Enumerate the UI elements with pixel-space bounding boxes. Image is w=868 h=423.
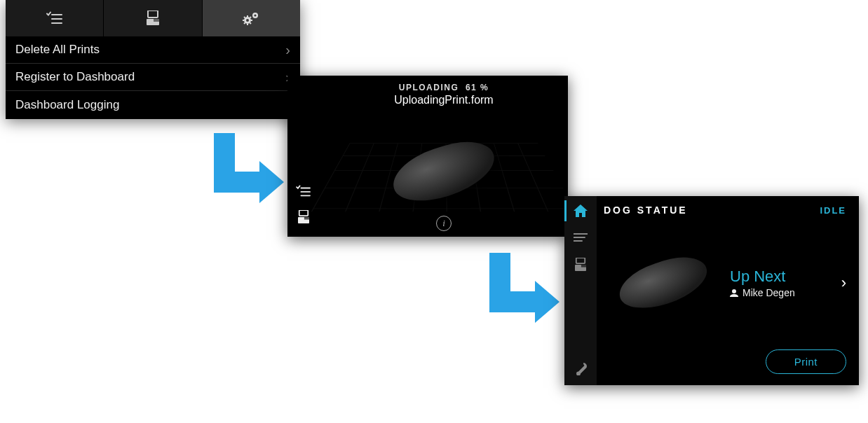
- menu-item-register-dashboard[interactable]: Register to Dashboard ›: [6, 64, 300, 91]
- chevron-right-icon: ›: [285, 42, 290, 58]
- job-status: IDLE: [820, 205, 846, 216]
- upload-status: UPLOADING 61 %: [399, 83, 489, 92]
- user-icon: [730, 289, 738, 297]
- wrench-icon[interactable]: [574, 363, 587, 375]
- job-body[interactable]: Up Next Mike Degen ›: [604, 216, 846, 349]
- job-header: DOG STATUE IDLE: [604, 204, 846, 216]
- job-main: DOG STATUE IDLE Up Next Mike Degen › Pri…: [597, 196, 859, 385]
- upload-status-percent: 61 %: [466, 83, 489, 92]
- svg-rect-15: [299, 210, 308, 216]
- uploading-panel: UPLOADING 61 % UploadingPrint.form i: [287, 76, 568, 237]
- printer-icon: [147, 11, 159, 26]
- svg-rect-17: [304, 217, 309, 220]
- svg-rect-21: [576, 258, 585, 263]
- settings-tabs: [6, 0, 300, 36]
- print-button[interactable]: Print: [766, 349, 846, 374]
- gears-icon: [241, 11, 261, 26]
- checklist-icon: [46, 11, 63, 25]
- svg-line-14: [250, 17, 252, 18]
- settings-menu: Delete All Prints › Register to Dashboar…: [6, 36, 300, 118]
- list-icon[interactable]: [574, 233, 588, 242]
- model-preview: [613, 249, 713, 317]
- svg-line-12: [250, 23, 252, 25]
- upload-status-label: UPLOADING: [399, 83, 459, 92]
- job-preview: [604, 244, 723, 321]
- menu-item-label: Dashboard Logging: [15, 98, 119, 112]
- job-user-name: Mike Degen: [742, 287, 795, 298]
- flow-arrow-2: [475, 253, 560, 330]
- job-footer: Print: [604, 349, 846, 374]
- menu-item-label: Register to Dashboard: [15, 70, 135, 84]
- svg-line-11: [244, 17, 245, 18]
- info-icon[interactable]: i: [436, 216, 452, 231]
- job-info: Up Next Mike Degen: [730, 268, 834, 298]
- job-title: DOG STATUE: [604, 204, 688, 216]
- printer-icon[interactable]: [575, 258, 586, 272]
- uploading-main: UPLOADING 61 % UploadingPrint.form i: [320, 76, 568, 237]
- svg-point-4: [246, 19, 249, 22]
- tab-settings[interactable]: [203, 0, 300, 36]
- job-user: Mike Degen: [730, 287, 834, 298]
- job-panel: DOG STATUE IDLE Up Next Mike Degen › Pri…: [564, 196, 859, 385]
- uploading-sidebar: [287, 76, 320, 237]
- job-sidebar: [564, 196, 597, 385]
- home-icon[interactable]: [574, 204, 588, 217]
- svg-rect-0: [148, 11, 158, 18]
- menu-item-delete-all-prints[interactable]: Delete All Prints ›: [6, 36, 300, 64]
- chevron-right-icon: ›: [841, 274, 846, 292]
- tab-printer[interactable]: [104, 0, 202, 36]
- menu-item-label: Delete All Prints: [15, 43, 100, 57]
- up-next-label: Up Next: [730, 268, 834, 286]
- upload-filename: UploadingPrint.form: [394, 94, 493, 106]
- settings-panel: Delete All Prints › Register to Dashboar…: [6, 0, 300, 119]
- svg-point-6: [255, 14, 257, 16]
- svg-line-13: [244, 23, 245, 25]
- checklist-icon[interactable]: [296, 185, 311, 197]
- svg-rect-23: [581, 265, 586, 268]
- flow-arrow-1: [200, 133, 284, 210]
- printer-icon[interactable]: [298, 210, 309, 224]
- svg-rect-2: [154, 19, 159, 22]
- tab-checklist[interactable]: [6, 0, 104, 36]
- svg-point-24: [732, 289, 736, 293]
- menu-item-dashboard-logging[interactable]: Dashboard Logging: [6, 91, 300, 118]
